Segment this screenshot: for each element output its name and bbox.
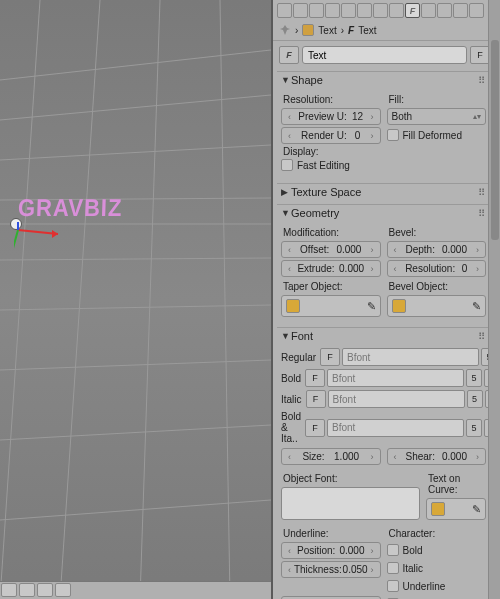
taper-object-field[interactable]: ✎ xyxy=(281,295,381,317)
extrude-field[interactable]: ‹Extrude:0.000› xyxy=(281,260,381,277)
font-italic-row: Italic F 5 F 📁 ✕ xyxy=(281,390,486,408)
decrement-icon[interactable]: ‹ xyxy=(392,452,399,462)
increment-icon[interactable]: › xyxy=(474,264,481,274)
font-users[interactable]: 5 xyxy=(466,369,482,387)
font-browse-icon[interactable]: F xyxy=(320,348,340,366)
font-size-field[interactable]: ‹Size:1.000› xyxy=(281,448,381,465)
font-users[interactable]: 5 xyxy=(466,419,482,437)
svg-line-6 xyxy=(0,305,271,310)
increment-icon[interactable]: › xyxy=(368,452,375,462)
font-bold-input[interactable] xyxy=(327,369,464,387)
fill-label: Fill: xyxy=(389,94,487,105)
breadcrumb-data[interactable]: Text xyxy=(358,25,376,36)
font-datablock-icon[interactable]: F xyxy=(279,46,299,64)
drag-handle-icon[interactable]: ⠿ xyxy=(478,75,486,86)
panel-title: Font xyxy=(291,330,313,342)
decrement-icon[interactable]: ‹ xyxy=(286,565,293,575)
panel-header-shape[interactable]: ▼ Shape ⠿ xyxy=(277,71,490,88)
decrement-icon[interactable]: ‹ xyxy=(286,546,293,556)
material-tab-icon[interactable] xyxy=(421,3,436,18)
texture-tab-icon[interactable] xyxy=(437,3,452,18)
pin-icon[interactable] xyxy=(279,24,291,36)
breadcrumb: › Text › F Text xyxy=(273,20,500,41)
object-icon xyxy=(392,299,406,313)
panel-header-texture-space[interactable]: ▶ Texture Space ⠿ xyxy=(277,183,490,200)
fill-select[interactable]: Both▴▾ xyxy=(387,108,487,125)
checkbox-icon xyxy=(281,159,293,171)
decrement-icon[interactable]: ‹ xyxy=(286,131,293,141)
underline-thickness-field[interactable]: ‹Thickness:0.050› xyxy=(281,561,381,578)
datablock-name-input[interactable] xyxy=(302,46,467,64)
editor-type-menu[interactable] xyxy=(1,583,17,597)
increment-icon[interactable]: › xyxy=(368,131,375,141)
decrement-icon[interactable]: ‹ xyxy=(392,264,399,274)
3d-viewport[interactable]: GRAVBIZ xyxy=(0,0,271,599)
increment-icon[interactable]: › xyxy=(368,112,375,122)
font-browse-icon[interactable]: F xyxy=(306,390,326,408)
underline-position-field[interactable]: ‹Position:0.000› xyxy=(281,542,381,559)
increment-icon[interactable]: › xyxy=(369,264,376,274)
drag-handle-icon[interactable]: ⠿ xyxy=(478,208,486,219)
char-underline-checkbox[interactable]: Underline xyxy=(387,580,487,592)
fill-deformed-checkbox[interactable]: Fill Deformed xyxy=(387,129,487,141)
font-users[interactable]: 5 xyxy=(467,390,483,408)
bevel-object-field[interactable]: ✎ xyxy=(387,295,487,317)
font-italic-input[interactable] xyxy=(328,390,465,408)
properties-scrollbar[interactable] xyxy=(488,0,500,599)
drag-handle-icon[interactable]: ⠿ xyxy=(478,331,486,342)
disclosure-triangle-icon: ▼ xyxy=(281,331,291,341)
font-shear-field[interactable]: ‹Shear:0.000› xyxy=(387,448,487,465)
modifiers-tab-icon[interactable] xyxy=(389,3,404,18)
font-bolditalic-input[interactable] xyxy=(327,419,464,437)
world-tab-icon[interactable] xyxy=(341,3,356,18)
offset-field[interactable]: ‹Offset:0.000› xyxy=(281,241,381,258)
font-regular-row: Regular F 5 F 📁 ✕ xyxy=(281,348,486,366)
object-data-tab-icon[interactable]: F xyxy=(405,3,420,18)
panel-header-geometry[interactable]: ▼ Geometry ⠿ xyxy=(277,204,490,221)
panel-header-font[interactable]: ▼ Font ⠿ xyxy=(277,327,490,344)
fake-user-button[interactable]: F xyxy=(470,46,490,64)
view-menu[interactable] xyxy=(37,583,53,597)
bevel-object-label: Bevel Object: xyxy=(389,281,487,292)
render-tab-icon[interactable] xyxy=(293,3,308,18)
physics-tab-icon[interactable] xyxy=(469,3,484,18)
fast-editing-checkbox[interactable]: Fast Editing xyxy=(281,159,486,171)
render-layers-tab-icon[interactable] xyxy=(309,3,324,18)
text-object[interactable]: GRAVBIZ xyxy=(18,194,123,223)
particles-tab-icon[interactable] xyxy=(453,3,468,18)
bevel-depth-field[interactable]: ‹Depth:0.000› xyxy=(387,241,487,258)
mode-menu[interactable] xyxy=(19,583,35,597)
decrement-icon[interactable]: ‹ xyxy=(286,112,293,122)
font-browse-icon[interactable]: F xyxy=(305,369,325,387)
eyedropper-icon[interactable]: ✎ xyxy=(472,300,481,313)
increment-icon[interactable]: › xyxy=(369,565,376,575)
render-u-field[interactable]: ‹Render U:0› xyxy=(281,127,381,144)
font-browse-icon[interactable]: F xyxy=(305,419,325,437)
object-icon xyxy=(431,502,445,516)
breadcrumb-object[interactable]: Text xyxy=(318,25,336,36)
eyedropper-icon[interactable]: ✎ xyxy=(472,503,481,516)
select-menu[interactable] xyxy=(55,583,71,597)
object-tab-icon[interactable] xyxy=(357,3,372,18)
increment-icon[interactable]: › xyxy=(368,546,375,556)
drag-handle-icon[interactable]: ⠿ xyxy=(478,187,486,198)
font-regular-input[interactable] xyxy=(342,348,479,366)
decrement-icon[interactable]: ‹ xyxy=(286,452,293,462)
increment-icon[interactable]: › xyxy=(369,245,376,255)
decrement-icon[interactable]: ‹ xyxy=(392,245,399,255)
bevel-resolution-field[interactable]: ‹Resolution:0› xyxy=(387,260,487,277)
decrement-icon[interactable]: ‹ xyxy=(286,264,293,274)
constraints-tab-icon[interactable] xyxy=(373,3,388,18)
char-bold-checkbox[interactable]: Bold xyxy=(387,544,487,556)
eyedropper-icon[interactable]: ✎ xyxy=(367,300,376,313)
increment-icon[interactable]: › xyxy=(474,452,481,462)
text-on-curve-field[interactable]: ✎ xyxy=(426,498,486,520)
char-italic-checkbox[interactable]: Italic xyxy=(387,562,487,574)
decrement-icon[interactable]: ‹ xyxy=(286,245,293,255)
editor-type-icon[interactable] xyxy=(277,3,292,18)
increment-icon[interactable]: › xyxy=(474,245,481,255)
preview-u-field[interactable]: ‹Preview U:12› xyxy=(281,108,381,125)
scrollbar-thumb[interactable] xyxy=(491,40,499,240)
scene-tab-icon[interactable] xyxy=(325,3,340,18)
object-font-input[interactable] xyxy=(281,487,420,520)
